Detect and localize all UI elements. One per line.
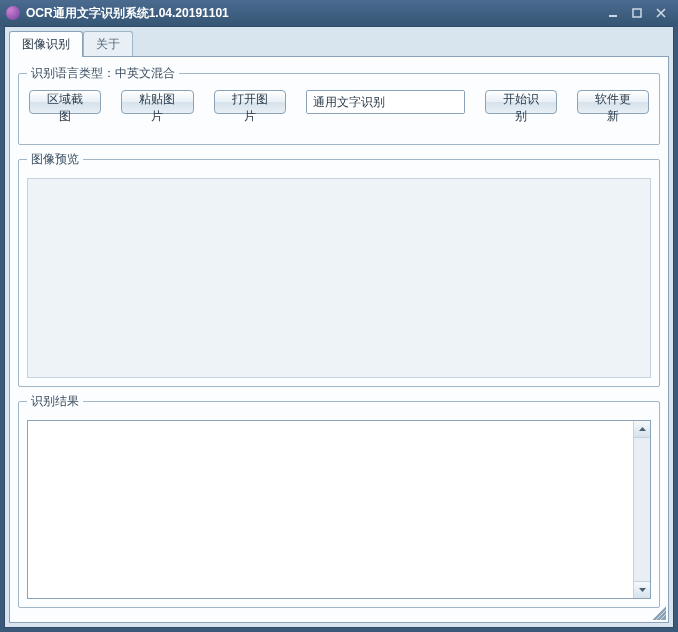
language-legend: 识别语言类型：中英文混合: [27, 65, 179, 82]
image-preview-legend: 图像预览: [27, 151, 83, 168]
resize-grip-icon[interactable]: [652, 606, 666, 620]
image-preview-group: 图像预览: [18, 151, 660, 387]
recognition-mode-combo[interactable]: [306, 90, 465, 114]
open-image-button[interactable]: 打开图片: [214, 90, 286, 114]
result-wrap: [27, 420, 651, 599]
app-window: OCR通用文字识别系统1.04.20191101 图像识别 关于 识别语言类型：…: [0, 0, 678, 632]
maximize-button[interactable]: [626, 5, 648, 21]
close-button[interactable]: [650, 5, 672, 21]
app-icon: [6, 6, 20, 20]
scroll-down-icon[interactable]: [634, 581, 650, 598]
scroll-up-icon[interactable]: [634, 421, 650, 438]
toolbar: 区域截图 粘贴图片 打开图片 开始识别 软件更新: [27, 88, 651, 114]
recognition-mode-value[interactable]: [307, 91, 465, 113]
result-scrollbar[interactable]: [633, 421, 650, 598]
result-legend: 识别结果: [27, 393, 83, 410]
tab-about[interactable]: 关于: [83, 31, 133, 57]
scroll-track[interactable]: [634, 438, 650, 581]
tab-body: 识别语言类型：中英文混合 区域截图 粘贴图片 打开图片 开始识别 软件更新: [9, 57, 669, 623]
start-recognition-button[interactable]: 开始识别: [485, 90, 557, 114]
paste-image-button[interactable]: 粘贴图片: [121, 90, 193, 114]
result-textarea[interactable]: [28, 421, 633, 598]
result-group: 识别结果: [18, 393, 660, 608]
capture-area-button[interactable]: 区域截图: [29, 90, 101, 114]
window-title: OCR通用文字识别系统1.04.20191101: [26, 5, 600, 22]
tab-strip: 图像识别 关于: [5, 27, 673, 57]
language-group: 识别语言类型：中英文混合 区域截图 粘贴图片 打开图片 开始识别 软件更新: [18, 65, 660, 145]
tab-image-recognition[interactable]: 图像识别: [9, 31, 83, 57]
software-update-button[interactable]: 软件更新: [577, 90, 649, 114]
client-area: 图像识别 关于 识别语言类型：中英文混合 区域截图 粘贴图片 打开图片: [4, 26, 674, 628]
titlebar[interactable]: OCR通用文字识别系统1.04.20191101: [0, 0, 678, 26]
svg-rect-1: [633, 9, 641, 17]
image-preview-area: [27, 178, 651, 378]
minimize-button[interactable]: [602, 5, 624, 21]
svg-rect-0: [609, 15, 617, 17]
